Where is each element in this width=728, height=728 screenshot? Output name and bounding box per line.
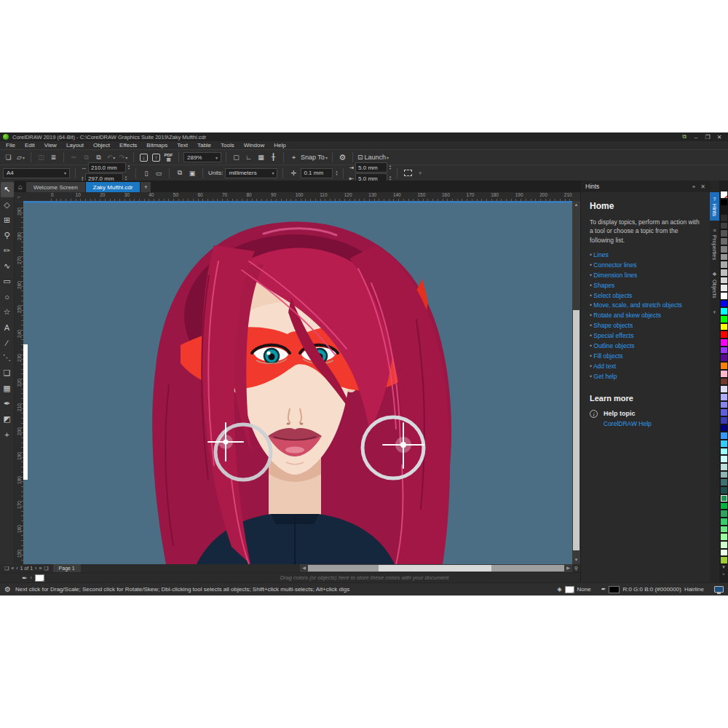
hints-topic-link[interactable]: Select objects bbox=[593, 292, 632, 299]
artistic-media-tool[interactable]: ∿ bbox=[1, 258, 14, 274]
palette-swatch[interactable] bbox=[720, 331, 728, 339]
palette-swatch[interactable] bbox=[720, 284, 728, 292]
docker-tab[interactable]: ❖Objects bbox=[710, 267, 719, 302]
nudge-field[interactable]: 0.1 mm bbox=[301, 168, 333, 178]
palette-expand-button[interactable]: » bbox=[722, 571, 724, 577]
eyedropper-icon[interactable]: ✒ bbox=[22, 574, 28, 582]
add-tools-button[interactable]: + bbox=[1, 427, 14, 442]
window-content-icon[interactable]: ⧉ bbox=[678, 133, 690, 141]
palette-swatch[interactable] bbox=[720, 401, 728, 409]
cut-icon[interactable]: ✂ bbox=[68, 152, 79, 163]
hints-topic-link[interactable]: Fill objects bbox=[593, 352, 622, 360]
palette-swatch[interactable] bbox=[720, 541, 728, 549]
export-icon[interactable]: ↑ bbox=[151, 152, 162, 163]
palette-swatch[interactable] bbox=[720, 408, 728, 416]
open-icon[interactable]: ▱▾ bbox=[15, 152, 26, 163]
docker-collapse-icon[interactable]: » bbox=[692, 183, 695, 190]
palette-scroll-down-icon[interactable]: ▼ bbox=[721, 564, 726, 571]
snap-off-icon[interactable]: ⌖ bbox=[288, 152, 299, 163]
nudge-stepper[interactable]: ▲▼ bbox=[335, 170, 338, 176]
palette-swatch[interactable] bbox=[720, 378, 728, 386]
minimize-button[interactable]: – bbox=[690, 134, 702, 141]
hints-topic-link[interactable]: Outline objects bbox=[593, 342, 634, 349]
coreldraw-help-link[interactable]: CorelDRAW Help bbox=[604, 420, 652, 427]
palette-swatch[interactable] bbox=[720, 347, 728, 355]
palette-swatch[interactable] bbox=[720, 191, 728, 199]
redo-icon[interactable]: ↷▾ bbox=[118, 152, 129, 163]
docker-add-icon[interactable]: + bbox=[713, 309, 716, 316]
close-button[interactable]: ✕ bbox=[713, 134, 725, 141]
drawing-canvas[interactable] bbox=[23, 203, 572, 564]
units-combo[interactable]: millimeters▾ bbox=[225, 168, 277, 178]
duplicate-x-field[interactable]: 5.0 mm bbox=[355, 162, 387, 173]
portrait-icon[interactable]: ▯ bbox=[141, 168, 151, 178]
parallel-dimension-tool[interactable]: ∕ bbox=[1, 335, 14, 350]
hints-topic-link[interactable]: Get help bbox=[593, 373, 617, 380]
hints-topic-link[interactable]: Lines bbox=[593, 251, 608, 258]
horizontal-scrollbar[interactable]: ◀ ▶ bbox=[300, 564, 572, 572]
menu-item[interactable]: Help bbox=[274, 142, 285, 149]
palette-swatch[interactable] bbox=[720, 502, 728, 510]
palette-swatch[interactable] bbox=[720, 556, 728, 564]
palette-swatch[interactable] bbox=[720, 269, 728, 277]
vertical-ruler[interactable]: 2902802702602502402302202102001901801701… bbox=[15, 203, 23, 564]
palette-swatch[interactable] bbox=[720, 385, 728, 393]
palette-swatch[interactable] bbox=[720, 277, 728, 285]
palette-swatch[interactable] bbox=[720, 518, 728, 526]
show-rulers-icon[interactable]: ∟ bbox=[243, 152, 254, 163]
palette-swatch[interactable] bbox=[720, 494, 728, 502]
palette-swatch[interactable] bbox=[720, 424, 728, 432]
hints-topic-link[interactable]: Shapes bbox=[593, 282, 614, 289]
palette-swatch[interactable] bbox=[720, 199, 728, 207]
palette-swatch[interactable] bbox=[720, 440, 728, 448]
interactive-fill-tool[interactable]: ◩ bbox=[1, 411, 14, 427]
menu-item[interactable]: File bbox=[6, 142, 15, 149]
launch-icon[interactable]: ⊡ Launch▾ bbox=[357, 152, 389, 163]
hints-topic-link[interactable]: Dimension lines bbox=[593, 272, 637, 279]
palette-swatch[interactable] bbox=[720, 253, 728, 261]
palette-swatch[interactable] bbox=[720, 237, 728, 245]
home-icon[interactable]: ⌂ bbox=[15, 181, 26, 192]
palette-swatch[interactable] bbox=[720, 455, 728, 463]
new-document-icon[interactable]: ❏ bbox=[3, 152, 14, 163]
palette-swatch[interactable] bbox=[720, 229, 728, 237]
menu-item[interactable]: Window bbox=[244, 142, 264, 149]
palette-swatch[interactable] bbox=[720, 393, 728, 401]
pan-zoom-toggle-icon[interactable]: ⚲ bbox=[572, 564, 580, 572]
previous-page-icon[interactable]: ‹ bbox=[16, 566, 17, 571]
menu-item[interactable]: Edit bbox=[25, 142, 35, 149]
hints-topic-link[interactable]: Connector lines bbox=[593, 261, 636, 269]
docker-tab[interactable]: ≡Properties bbox=[710, 223, 719, 264]
palette-swatch[interactable] bbox=[720, 261, 728, 269]
zoom-level-combo[interactable]: 289%▾ bbox=[183, 152, 221, 162]
menu-item[interactable]: Table bbox=[197, 142, 211, 149]
menu-item[interactable]: Effects bbox=[119, 142, 137, 149]
fill-info[interactable]: ◈ None bbox=[557, 586, 590, 593]
palette-swatch[interactable] bbox=[720, 370, 728, 378]
freehand-tool[interactable]: ✏ bbox=[1, 243, 14, 258]
fullscreen-preview-icon[interactable]: ▢ bbox=[231, 152, 242, 163]
palette-swatch[interactable] bbox=[720, 300, 728, 308]
docker-close-icon[interactable]: ✕ bbox=[700, 183, 705, 190]
add-page-end-icon[interactable]: ❏ bbox=[44, 566, 48, 571]
zoom-tool[interactable]: ⚲ bbox=[1, 228, 14, 243]
palette-swatch[interactable] bbox=[720, 510, 728, 518]
palette-swatch[interactable] bbox=[720, 533, 728, 541]
scroll-right-button[interactable]: ▶ bbox=[564, 564, 572, 572]
hints-topic-link[interactable]: Move, scale, and stretch objects bbox=[593, 301, 681, 309]
paste-icon[interactable]: ⧉ bbox=[93, 152, 104, 163]
menu-item[interactable]: Text bbox=[177, 142, 188, 149]
menu-item[interactable]: Object bbox=[93, 142, 110, 149]
save-icon[interactable]: ◫ bbox=[36, 152, 47, 163]
hints-topic-link[interactable]: Rotate and skew objects bbox=[593, 312, 661, 319]
palette-swatch[interactable] bbox=[720, 292, 728, 300]
new-tab-button[interactable]: + bbox=[141, 182, 151, 192]
palette-swatch[interactable] bbox=[720, 339, 728, 347]
last-page-icon[interactable]: » bbox=[39, 566, 41, 571]
menu-item[interactable]: Tools bbox=[221, 142, 234, 149]
document-color-settings-icon[interactable] bbox=[714, 586, 724, 593]
page-tab[interactable]: Page 1 bbox=[53, 564, 81, 572]
docker-tab[interactable]: ?Hints bbox=[710, 192, 719, 221]
menu-item[interactable]: View bbox=[44, 142, 57, 149]
current-page-icon[interactable]: ▣ bbox=[187, 168, 197, 178]
